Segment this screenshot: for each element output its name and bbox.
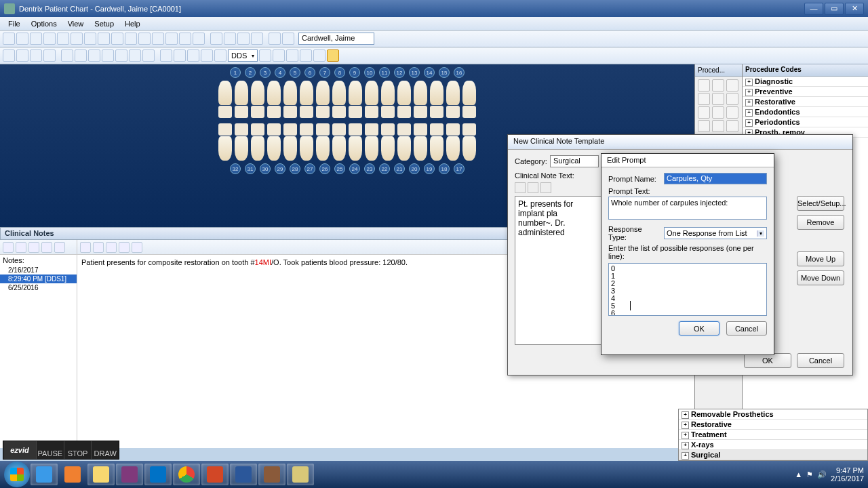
tooth[interactable]	[251, 136, 264, 161]
tool-icon[interactable]	[273, 49, 285, 62]
prompt-ok-button[interactable]: OK	[679, 321, 719, 336]
tooth[interactable]	[235, 81, 248, 105]
tooth-surface[interactable]	[430, 106, 443, 118]
tooth-surface[interactable]	[414, 123, 427, 136]
tooth[interactable]	[267, 81, 281, 105]
tooth[interactable]	[430, 81, 443, 105]
tooth-surface[interactable]	[251, 106, 264, 118]
tool-icon[interactable]	[251, 33, 263, 45]
taskbar-explorer-icon[interactable]	[87, 464, 115, 485]
proc-icon[interactable]	[698, 93, 710, 105]
tool-icon[interactable]	[160, 49, 172, 62]
tool-icon[interactable]	[125, 33, 137, 45]
tool-icon[interactable]	[165, 33, 178, 45]
proc-icon[interactable]	[712, 93, 724, 105]
tooth[interactable]	[332, 136, 346, 161]
tooth-surface[interactable]	[462, 123, 476, 136]
system-tray[interactable]: ▲ ⚑ 🔊 9:47 PM 2/16/2017	[795, 466, 864, 483]
tool-icon[interactable]	[259, 49, 271, 62]
tooth-surface[interactable]	[283, 106, 297, 118]
tooth-number[interactable]: 6	[304, 67, 315, 78]
note-date[interactable]: 6/25/2016	[0, 283, 77, 292]
tool-icon[interactable]	[71, 33, 83, 45]
tool-icon[interactable]	[16, 49, 28, 62]
tool-icon[interactable]	[224, 33, 236, 45]
tooth[interactable]	[397, 81, 411, 105]
tool-icon[interactable]	[300, 49, 312, 62]
tooth-number[interactable]: 14	[424, 67, 435, 78]
taskbar-app-icon[interactable]	[287, 464, 314, 485]
category-item[interactable]: Treatment	[679, 430, 867, 440]
tool-icon[interactable]	[174, 49, 186, 62]
code-category[interactable]: Preventive	[743, 87, 868, 97]
recorder-stop[interactable]: STOP	[64, 441, 92, 459]
tooth[interactable]	[283, 136, 297, 161]
tooth-number[interactable]: 5	[290, 67, 300, 78]
tool-icon[interactable]	[286, 49, 298, 62]
tooth[interactable]	[462, 81, 476, 105]
menu-view[interactable]: View	[62, 18, 90, 29]
tool-icon[interactable]	[57, 33, 69, 45]
code-category[interactable]: Restorative	[743, 97, 868, 107]
tool-icon[interactable]	[75, 49, 87, 62]
tray-icon[interactable]: ⚑	[806, 470, 813, 479]
note-text-area[interactable]: Pt. presents for implant pla number~. Dr…	[515, 196, 603, 345]
prompt-text-input[interactable]: Whole number of carpules injected:	[608, 197, 767, 220]
taskbar-chrome-icon[interactable]	[173, 464, 200, 485]
note-tool-icon[interactable]	[3, 242, 14, 253]
note-tool-icon[interactable]	[93, 242, 104, 253]
code-category[interactable]: Endodontics	[743, 107, 868, 117]
tool-icon[interactable]	[16, 33, 28, 45]
note-time-selected[interactable]: 8:29:40 PM [DDS1]	[0, 274, 77, 283]
proc-icon[interactable]	[712, 120, 724, 132]
taskbar-media-icon[interactable]	[59, 464, 86, 485]
proc-icon[interactable]	[712, 79, 724, 92]
response-list-input[interactable]: 0 1 2 3 4 5 6	[608, 263, 767, 316]
tooth-surface[interactable]	[283, 123, 297, 136]
tooth-number[interactable]: 26	[319, 163, 330, 174]
taskbar-onenote-icon[interactable]	[116, 464, 143, 485]
tooth[interactable]	[430, 136, 443, 161]
tooth-surface[interactable]	[414, 106, 427, 118]
tooth-surface[interactable]	[332, 123, 346, 136]
note-tool-icon[interactable]	[119, 242, 130, 253]
tooth[interactable]	[316, 136, 330, 161]
taskbar-word-icon[interactable]	[230, 464, 257, 485]
note-fmt-icon[interactable]	[540, 182, 551, 193]
tooth-number[interactable]: 25	[334, 163, 345, 174]
tool-icon[interactable]	[138, 33, 151, 45]
note-tool-icon[interactable]	[132, 242, 142, 253]
tooth[interactable]	[316, 81, 330, 105]
tool-icon[interactable]	[327, 49, 339, 62]
tooth[interactable]	[300, 81, 313, 105]
tooth-number[interactable]: 16	[454, 67, 465, 78]
tool-icon[interactable]	[201, 49, 213, 62]
clock[interactable]: 9:47 PM 2/16/2017	[831, 466, 864, 483]
tooth[interactable]	[365, 136, 378, 161]
tool-icon[interactable]	[313, 49, 326, 62]
menu-options[interactable]: Options	[26, 18, 62, 29]
tooth-surface[interactable]	[381, 106, 395, 118]
tooth-surface[interactable]	[316, 106, 330, 118]
template-cancel-button[interactable]: Cancel	[797, 353, 844, 368]
prompt-cancel-button[interactable]: Cancel	[726, 321, 767, 336]
tool-icon[interactable]	[84, 33, 96, 45]
tool-icon[interactable]	[3, 33, 15, 45]
category-item[interactable]: Restorative	[679, 420, 867, 430]
note-tool-icon[interactable]	[28, 242, 39, 253]
note-tool-icon[interactable]	[16, 242, 26, 253]
tooth[interactable]	[349, 136, 362, 161]
tooth-number[interactable]: 4	[275, 67, 285, 78]
tooth-surface[interactable]	[218, 123, 232, 136]
tooth-surface[interactable]	[235, 123, 248, 136]
recorder-draw[interactable]: DRAW	[91, 441, 119, 459]
proc-icon[interactable]	[698, 120, 710, 132]
tooth[interactable]	[397, 136, 411, 161]
tooth-number[interactable]: 28	[290, 163, 300, 174]
tool-icon[interactable]	[111, 33, 123, 45]
tooth-number[interactable]: 31	[245, 163, 256, 174]
template-ok-button[interactable]: OK	[744, 353, 791, 368]
tooth-number[interactable]: 2	[245, 67, 256, 78]
tooth-surface[interactable]	[462, 106, 476, 118]
tooth-surface[interactable]	[349, 123, 362, 136]
